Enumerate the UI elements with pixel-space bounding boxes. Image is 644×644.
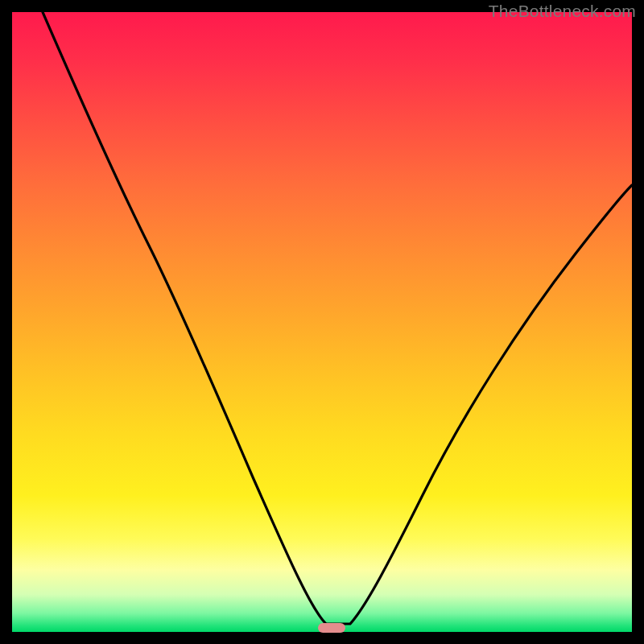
bottleneck-curve-path	[43, 12, 632, 624]
optimal-marker	[318, 623, 345, 633]
chart-plot-area	[12, 12, 632, 632]
chart-frame: TheBottleneck.com	[0, 0, 644, 644]
watermark-text: TheBottleneck.com	[489, 2, 636, 21]
bottleneck-curve	[12, 12, 632, 632]
